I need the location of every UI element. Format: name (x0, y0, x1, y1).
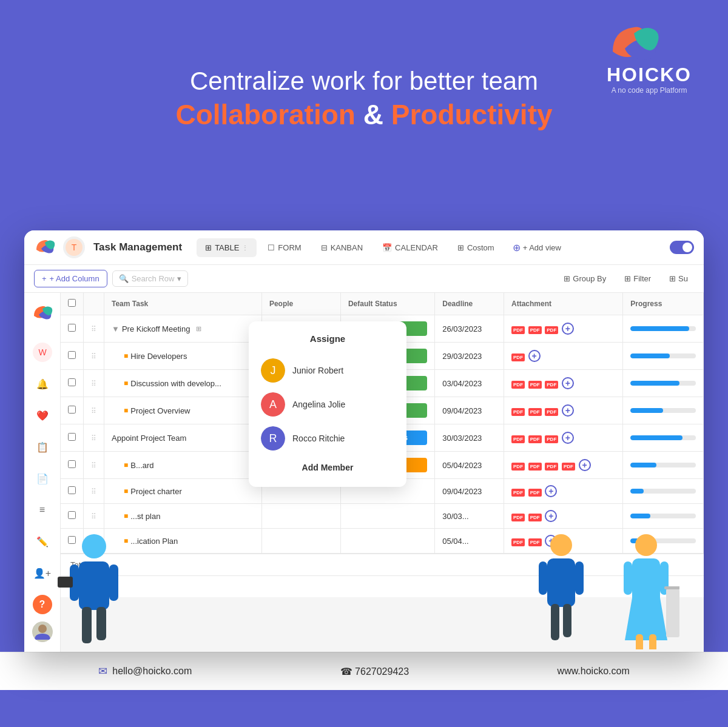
assignee-avatar-2: A (261, 392, 285, 417)
header-status: Default Status (340, 293, 434, 315)
sidebar-item-tasks[interactable]: 📋 (33, 437, 52, 457)
tab-table[interactable]: ⊞ TABLE ⋮ (197, 238, 257, 257)
sidebar-item-notifications[interactable]: 🔔 (33, 374, 52, 394)
sidebar-item-docs[interactable]: 📄 (33, 469, 52, 488)
kanban-icon: ⊟ (321, 243, 328, 252)
hero-word2: Productivity (391, 99, 553, 130)
task-name: Project Overview (130, 406, 190, 415)
task-name: Discussion with develop... (130, 379, 221, 388)
sidebar-item-home[interactable]: W (33, 343, 52, 362)
pdf-icon: PDF (528, 408, 542, 416)
row-expand-icon[interactable]: ⊞ (196, 325, 201, 333)
tab-kanban[interactable]: ⊟ KANBAN (312, 238, 371, 257)
workspace-avatar: T (63, 236, 85, 258)
view-tabs: ⊞ TABLE ⋮ ☐ FORM ⊟ KANBAN 📅 CALENDAR (197, 238, 659, 257)
sidebar-item-edit[interactable]: ✏️ (33, 532, 52, 551)
right-toolbar: ⊞ Group By ⊞ Filter ⊞ Su (558, 271, 694, 286)
menu-icon: ≡ (39, 504, 45, 515)
svg-point-5 (38, 625, 47, 633)
toggle-button[interactable] (670, 241, 694, 254)
row-expand: Appoint Project Team (112, 434, 186, 443)
add-attachment-button[interactable]: + (545, 510, 557, 522)
progress-bar (630, 408, 663, 413)
brand-name: HOICKO (607, 64, 692, 86)
group-by-button[interactable]: ⊞ Group By (558, 271, 612, 286)
assignee-item-1[interactable]: J Junior Robert (261, 353, 394, 387)
help-button[interactable]: ? (33, 595, 52, 614)
table-row: ⠿ ■ ...st plan 30/03... P (61, 504, 704, 529)
task-name: B...ard (130, 461, 153, 470)
hero-word1: Collaboration (175, 99, 355, 130)
progress-bar (630, 489, 644, 494)
add-attachment-button[interactable]: + (579, 459, 591, 471)
task-indent: ■ ...st plan (112, 512, 254, 521)
assignee-item-3[interactable]: R Rocco Ritchie (261, 421, 394, 455)
assignee-avatar-1: J (261, 358, 285, 383)
assignee-item-2[interactable]: A Angelina Jolie (261, 387, 394, 421)
svg-text:R: R (269, 432, 277, 444)
sidebar-item-menu[interactable]: ≡ (33, 500, 52, 520)
add-attachment-button[interactable]: + (562, 377, 574, 389)
table-icon: ⊞ (205, 243, 212, 252)
task-name-cell: ▼ Pre Kickoff Meeting ⊞ (104, 315, 262, 343)
add-attachment-button[interactable]: + (562, 432, 574, 444)
drag-handle-icon: ⠿ (91, 407, 96, 415)
hero-headline: Centralize work for better team Collabor… (24, 67, 704, 131)
add-attachment-button[interactable]: + (545, 485, 557, 497)
task-icon: ■ (124, 379, 128, 387)
page-footer: ✉ hello@hoicko.com ☎ 7627029423 www.hoic… (0, 652, 728, 690)
svg-text:A: A (269, 398, 277, 410)
select-all-checkbox[interactable] (68, 299, 76, 307)
add-attachment-button[interactable]: + (528, 350, 541, 362)
footer-website: www.hoicko.com (558, 666, 630, 677)
drag-handle-icon: ⠿ (91, 461, 96, 470)
header-attachment: Attachment (504, 293, 623, 315)
add-attachment-button[interactable]: + (562, 323, 574, 335)
plus-col-icon: + (42, 274, 47, 283)
su-icon: ⊞ (669, 274, 676, 283)
tab-calendar[interactable]: 📅 CALENDAR (374, 238, 447, 257)
search-icon: 🔍 (119, 274, 129, 283)
task-name: ...st plan (130, 512, 160, 521)
app-logo-small (34, 236, 56, 258)
filter-button[interactable]: ⊞ Filter (618, 271, 657, 286)
tab-custom[interactable]: ⊞ Costom (449, 238, 503, 257)
header-progress: Progress (623, 293, 704, 315)
task-indent: ■ B...ard (112, 461, 254, 470)
task-indent: ■ Project Overview (112, 406, 254, 415)
table-header-row: Team Task People Default Status Deadline… (61, 293, 704, 315)
add-column-button[interactable]: + + Add Column (34, 270, 107, 287)
app-window: T Task Management ⊞ TABLE ⋮ ☐ FORM ⊟ KAN (24, 230, 704, 652)
task-indent: ■ Discussion with develop... (112, 379, 254, 388)
su-button[interactable]: ⊞ Su (663, 271, 694, 286)
table-options-icon: ⋮ (242, 244, 248, 251)
email-icon: ✉ (98, 665, 107, 678)
logo-icon (607, 18, 661, 64)
pdf-icon: PDF (511, 435, 525, 443)
task-icon: ■ (124, 406, 128, 415)
sidebar-item-favorites[interactable]: ❤️ (33, 406, 52, 425)
add-member-button[interactable]: Add Member (261, 455, 394, 475)
add-view-button[interactable]: ⊕ + Add view (505, 238, 568, 257)
pdf-icon-2: PDF (528, 326, 542, 334)
assignee-name-2: Angelina Jolie (292, 400, 345, 409)
search-box[interactable]: 🔍 Search Row ▾ (112, 270, 189, 287)
task-indent: ■ Hire Developers (112, 352, 254, 361)
pdf-icon-1: PDF (511, 326, 525, 334)
task-name: Pre Kickoff Meeting (122, 324, 190, 333)
progress-bar-container (630, 514, 696, 518)
hero-connector: & (363, 99, 391, 130)
sidebar-item-user-add[interactable]: 👤+ (33, 563, 52, 583)
progress-bar-container (630, 326, 696, 331)
table-footer: Total 6 (61, 554, 704, 575)
pdf-icon: PDF (528, 538, 542, 546)
task-icon: ■ (124, 512, 128, 520)
assignee-name-3: Rocco Ritchie (292, 434, 345, 443)
filter-icon: ⊞ (624, 274, 631, 283)
user-avatar[interactable] (32, 621, 53, 642)
add-attachment-button[interactable]: + (562, 404, 574, 417)
progress-bar-container (630, 381, 696, 386)
row-checkbox (61, 315, 84, 343)
add-attachment-button[interactable]: + (545, 535, 557, 547)
tab-form[interactable]: ☐ FORM (259, 238, 309, 257)
